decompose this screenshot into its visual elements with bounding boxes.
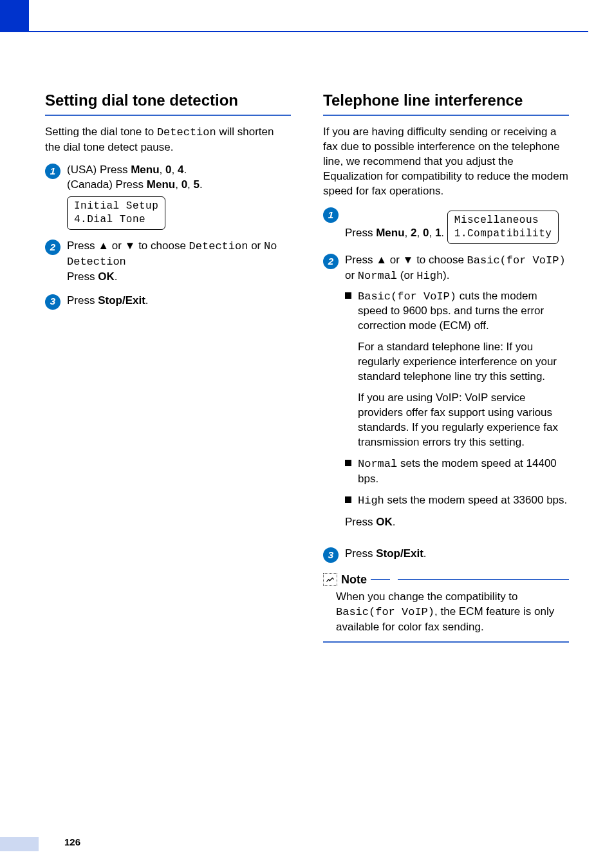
mono-text: High (416, 270, 443, 282)
step-body: Press ▲ or ▼ to choose Detection or No D… (67, 239, 291, 285)
key-stop-exit: Stop/Exit (376, 547, 423, 560)
key-menu: Menu (147, 178, 175, 191)
key-menu: Menu (131, 164, 159, 176)
text: to choose (135, 240, 189, 252)
text: Press (67, 294, 98, 307)
right-intro: If you are having difficulty sending or … (323, 125, 569, 199)
list-item: Normal sets the modem speed at 14400 bps… (345, 457, 569, 487)
key-1: 1 (435, 227, 441, 239)
step-badge-3: 3 (45, 294, 60, 310)
key-0: 0 (165, 164, 171, 176)
page-number: 126 (64, 836, 80, 849)
text: , (405, 227, 411, 239)
text: For a standard telephone line: If you re… (358, 340, 569, 384)
left-intro: Setting the dial tone to Detection will … (45, 125, 291, 155)
note-icon (323, 573, 337, 586)
mono-text: Normal (358, 270, 397, 282)
key-stop-exit: Stop/Exit (98, 294, 145, 307)
text: . (183, 164, 187, 176)
text: . (145, 294, 149, 307)
lcd-display: Initial Setup 4.Dial Tone (67, 196, 165, 230)
text: Press (67, 270, 98, 283)
text: , (160, 164, 165, 176)
down-arrow-icon: ▼ (125, 240, 136, 252)
text: . (393, 516, 396, 528)
text: If you are using VoIP: VoIP service prov… (358, 391, 569, 450)
text: Press (345, 516, 376, 528)
text: to choose (413, 254, 467, 266)
mono-text: High (358, 495, 384, 507)
text: . (423, 547, 427, 560)
step-badge-1: 1 (45, 164, 60, 179)
mono-text: Basic(for VoIP) (358, 290, 456, 303)
left-steps: 1 (USA) Press Menu, 0, 4. (Canada) Press… (45, 163, 291, 309)
mono-text: Normal (358, 458, 397, 470)
text: , (417, 227, 423, 239)
mono-text: Detection (157, 126, 216, 138)
note-body: When you change the compatibility to Bas… (336, 590, 569, 635)
step-badge-3: 3 (323, 547, 339, 563)
section-rule (323, 115, 569, 116)
text: , (172, 164, 178, 176)
step2-line: Press ▲ or ▼ to choose Basic(for VoIP) o… (345, 253, 569, 284)
step-badge-2: 2 (45, 240, 60, 255)
header-rule (29, 31, 588, 32)
step-badge-2: 2 (323, 254, 339, 269)
footer-tab (0, 837, 39, 851)
right-column: Telephone line interference If you are h… (323, 90, 569, 643)
step-body: (USA) Press Menu, 0, 4. (Canada) Press M… (67, 163, 291, 229)
up-arrow-icon: ▲ (98, 240, 109, 252)
up-arrow-icon: ▲ (376, 254, 387, 266)
note-rule (398, 579, 569, 580)
text: . (115, 270, 118, 283)
text: , (429, 227, 434, 239)
key-0: 0 (423, 227, 429, 239)
text: Setting the dial tone to (45, 126, 157, 138)
text: Press (345, 254, 376, 266)
text: Press (345, 227, 376, 239)
step-body: Press Menu, 2, 0, 1. Miscellaneous 1.Com… (345, 207, 569, 244)
text: ). (443, 269, 449, 281)
text: Press (67, 240, 98, 252)
section-heading-right: Telephone line interference (323, 90, 569, 111)
text: Press (345, 547, 376, 560)
left-column: Setting dial tone detection Setting the … (45, 90, 291, 643)
text: , (175, 178, 181, 191)
note-title: Note (341, 572, 367, 587)
text: or (109, 240, 125, 252)
page-content: Setting dial tone detection Setting the … (45, 90, 569, 643)
mono-text: Basic(for VoIP) (336, 606, 434, 618)
list-item: High sets the modem speed at 33600 bps. (345, 493, 569, 509)
text: . (441, 227, 444, 239)
key-2: 2 (411, 227, 416, 239)
key-ok: OK (98, 270, 115, 283)
key-0: 0 (181, 178, 187, 191)
section-heading-left: Setting dial tone detection (45, 90, 291, 111)
text: When you change the compatibility to (336, 590, 518, 603)
mono-text: Detection (189, 240, 248, 252)
press-ok: Press OK. (345, 515, 569, 530)
list-item: Basic(for VoIP) cuts the modem speed to … (345, 289, 569, 450)
text: (USA) Press (67, 164, 131, 176)
note-box: Note When you change the compatibility t… (323, 572, 569, 643)
header-accent (0, 0, 29, 32)
text: sets the modem speed at 33600 bps. (384, 494, 567, 506)
step-body: Press Stop/Exit. (345, 547, 569, 563)
note-header: Note (323, 572, 569, 587)
text: (Canada) Press (67, 178, 147, 191)
right-steps: 1 Press Menu, 2, 0, 1. Miscellaneous 1.C… (323, 207, 569, 563)
step-body: Press ▲ or ▼ to choose Basic(for VoIP) o… (345, 253, 569, 538)
key-4: 4 (178, 164, 183, 176)
key-menu: Menu (376, 227, 404, 239)
note-rule (371, 579, 390, 580)
text: or (345, 269, 358, 281)
key-5: 5 (194, 178, 200, 191)
text: or (248, 240, 264, 252)
note-rule-bottom (323, 641, 569, 643)
down-arrow-icon: ▼ (403, 254, 414, 266)
text: , (187, 178, 193, 191)
step-badge-1: 1 (323, 207, 339, 223)
step-body: Press Stop/Exit. (67, 294, 291, 310)
text: . (200, 178, 203, 191)
key-ok: OK (376, 516, 393, 528)
